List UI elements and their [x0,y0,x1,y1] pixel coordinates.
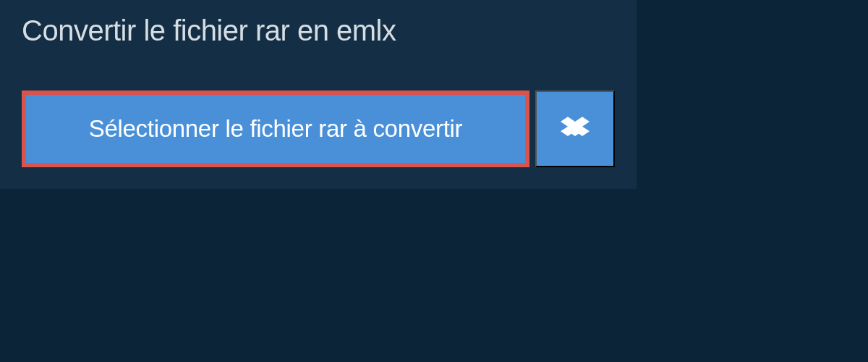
dropbox-icon [561,114,590,143]
select-file-button[interactable]: Sélectionner le fichier rar à convertir [22,90,529,167]
dropbox-button[interactable] [535,90,615,167]
converter-panel: Convertir le fichier rar en emlx Sélecti… [0,0,637,189]
button-row: Sélectionner le fichier rar à convertir [22,90,615,167]
title-tab: Convertir le fichier rar en emlx [0,0,418,62]
page-title: Convertir le fichier rar en emlx [22,14,396,47]
